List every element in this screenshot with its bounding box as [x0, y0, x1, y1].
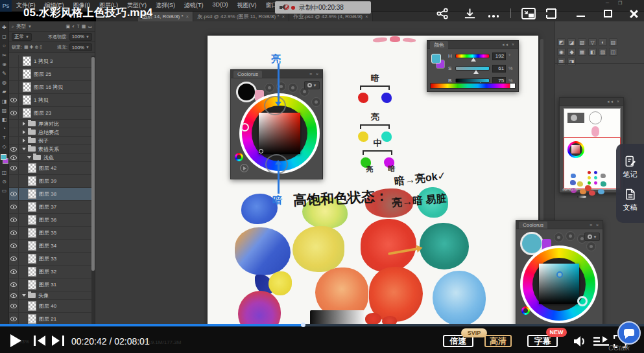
color-ramp[interactable]	[430, 83, 516, 89]
move-tool-icon[interactable]: ✚	[1, 24, 8, 31]
visibility-toggle[interactable]	[9, 214, 19, 226]
group-toggle-icon[interactable]	[22, 148, 26, 150]
visibility-toggle[interactable]	[9, 253, 19, 265]
layer-row[interactable]: 例子	[9, 137, 91, 145]
brush-tool-icon[interactable]: ✎	[1, 70, 8, 77]
fill-dropdown[interactable]: 100%▼	[69, 43, 92, 51]
more-icon[interactable]	[486, 10, 501, 22]
lock-icon[interactable]: ⊕	[34, 45, 38, 50]
notes-button[interactable]: 笔记	[623, 155, 638, 179]
seek-bar[interactable]	[0, 324, 644, 326]
visibility-toggle[interactable]	[9, 137, 19, 144]
playlist-icon[interactable]	[593, 336, 609, 349]
layer-thumbnail[interactable]	[28, 301, 36, 311]
sv-marker[interactable]	[259, 149, 263, 154]
slider-track[interactable]	[455, 78, 490, 83]
play-button[interactable]	[10, 334, 21, 347]
gradient-tool-icon[interactable]: ◨	[1, 98, 8, 105]
maximize-icon[interactable]	[601, 8, 615, 19]
layer-thumbnail[interactable]	[23, 108, 31, 118]
wheel-mode-icon[interactable]	[521, 306, 530, 315]
layer-thumbnail[interactable]	[28, 163, 36, 173]
adjustment-icon[interactable]: ◐	[599, 38, 607, 46]
hue-marker[interactable]	[577, 296, 588, 306]
crop-tool-icon[interactable]: ✂	[1, 52, 8, 59]
next-button[interactable]	[52, 336, 66, 346]
adjustment-icon[interactable]: ◧	[588, 48, 597, 56]
minimize-icon[interactable]	[573, 10, 588, 22]
group-toggle-icon[interactable]	[23, 122, 25, 126]
type-tool-icon[interactable]: T	[1, 134, 8, 141]
color-mode-icon[interactable]	[586, 242, 596, 251]
adjustment-icon[interactable]: ◫	[609, 48, 617, 56]
layer-thumbnail[interactable]	[28, 189, 36, 199]
blur-tool-icon[interactable]: ▨	[1, 107, 8, 114]
group-toggle-icon[interactable]	[22, 294, 26, 297]
group-toggle-icon[interactable]	[23, 130, 25, 134]
quality-button[interactable]: 高清	[484, 335, 512, 347]
tab-close-icon[interactable]: ×	[282, 14, 285, 19]
adjustment-icon[interactable]: ◆	[567, 48, 576, 56]
foreground-swatch[interactable]	[431, 54, 441, 63]
tab-close-icon[interactable]: ×	[365, 14, 368, 19]
layer-opacity-dropdown[interactable]: 100%▼	[69, 33, 92, 41]
adjustment-icon[interactable]: ▤	[609, 38, 617, 46]
visibility-toggle[interactable]	[9, 162, 19, 174]
play-mode-icon[interactable]	[240, 164, 248, 172]
layer-row[interactable]: 素描关系	[9, 145, 91, 154]
layer-row[interactable]: 图层 38	[9, 188, 91, 201]
panel-collapse-icon[interactable]: ◂◂ ×	[607, 99, 621, 104]
current-color-swatch[interactable]	[236, 82, 257, 102]
filter-type-icon[interactable]: ▭	[88, 24, 92, 29]
panel-collapse-icon[interactable]: ◂◂ ×	[502, 42, 516, 47]
blend-mode-dropdown[interactable]: 正常▼	[12, 33, 32, 41]
layer-thumbnail[interactable]	[28, 228, 36, 238]
gear-icon[interactable]: ▼	[304, 81, 320, 89]
shape-tool-icon[interactable]: ◇	[1, 143, 8, 150]
slider-track[interactable]	[455, 66, 490, 71]
navigator-zoom[interactable]: 42.93%	[562, 187, 578, 192]
adjustment-icon[interactable]: ◪	[567, 38, 576, 46]
download-icon[interactable]	[462, 8, 477, 19]
visibility-toggle[interactable]	[9, 154, 19, 161]
menu-item[interactable]: 滤镜(T)	[180, 1, 208, 10]
adjustment-icon[interactable]: ▧	[578, 38, 586, 46]
filter-type-icon[interactable]: T	[77, 24, 79, 29]
layer-row[interactable]: 图层 23	[9, 107, 91, 120]
layer-row[interactable]: 图层 25	[9, 68, 91, 81]
marquee-tool-icon[interactable]: ◻	[1, 33, 8, 40]
color-mode-icon[interactable]	[311, 97, 321, 107]
wheel-mode-icon[interactable]	[235, 153, 243, 161]
adjustment-icon[interactable]: ▦	[578, 48, 586, 56]
visibility-toggle[interactable]	[9, 81, 19, 93]
layer-thumbnail[interactable]	[28, 280, 36, 290]
visibility-toggle[interactable]	[9, 107, 19, 119]
layer-row[interactable]: 图层 31	[9, 279, 91, 291]
chat-bubble[interactable]	[617, 321, 641, 345]
docs-button[interactable]: 文稿	[623, 188, 638, 212]
slider-handle[interactable]	[473, 70, 479, 74]
mask-tool-icon[interactable]: ◫	[1, 169, 8, 176]
layer-row[interactable]: 浅色	[9, 154, 91, 162]
filter-type-icon[interactable]: ▦	[82, 24, 86, 29]
layer-thumbnail[interactable]	[28, 215, 36, 225]
eyedropper-tool-icon[interactable]: ⊕	[1, 61, 8, 68]
ps-window-controls[interactable]: ─ ❐	[606, 1, 626, 6]
slider-track[interactable]	[455, 54, 490, 58]
visibility-toggle[interactable]	[9, 227, 19, 239]
gear-icon[interactable]: ▼	[584, 233, 600, 241]
layer-row[interactable]: 总结要点	[9, 128, 91, 137]
visibility-toggle[interactable]	[9, 240, 19, 252]
slider-value[interactable]: 192	[492, 52, 506, 60]
adjustment-icon[interactable]: ◨	[567, 58, 576, 65]
visibility-toggle[interactable]	[9, 188, 19, 200]
layer-thumbnail[interactable]	[28, 241, 36, 251]
layer-row[interactable]: 图层 42	[9, 162, 91, 175]
hand-tool-icon[interactable]: ⊙	[1, 178, 8, 185]
menu-item[interactable]: 选择(S)	[151, 1, 180, 10]
pip-icon[interactable]	[521, 8, 536, 19]
color-wheel[interactable]	[520, 245, 598, 323]
layer-row[interactable]: 图层 39	[9, 175, 91, 188]
sv-marker[interactable]	[556, 271, 563, 278]
group-toggle-icon[interactable]	[23, 139, 25, 142]
